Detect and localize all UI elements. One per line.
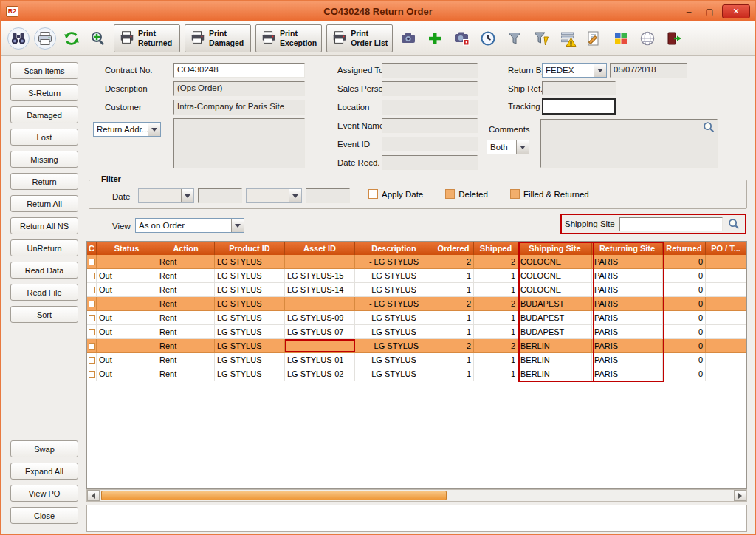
table-row[interactable]: OutRentLG STYLUSLG STYLUS-15LG STYLUS11C… bbox=[87, 269, 746, 283]
sidebar-button-read-data[interactable]: Read Data bbox=[10, 262, 78, 279]
date-recd-field[interactable] bbox=[382, 155, 478, 170]
chevron-down-icon[interactable] bbox=[181, 189, 193, 202]
sidebar-button-return[interactable]: Return bbox=[10, 173, 78, 190]
return-addr-dropdown[interactable]: Return Addr... bbox=[93, 122, 161, 137]
table-group-row[interactable]: RentLG STYLUS- LG STYLUS22BUDAPESTPARIS0 bbox=[87, 297, 746, 311]
filter-icon[interactable] bbox=[504, 27, 526, 50]
checkbox-icon[interactable] bbox=[368, 189, 378, 199]
assigned-to-field[interactable] bbox=[382, 63, 478, 78]
table-row[interactable]: OutRentLG STYLUSLG STYLUS-02LG STYLUS11B… bbox=[87, 367, 746, 381]
row-checkbox[interactable] bbox=[89, 287, 95, 293]
printer-icon[interactable] bbox=[34, 27, 56, 50]
refresh-icon[interactable] bbox=[61, 27, 83, 50]
color-grid-icon[interactable] bbox=[610, 27, 632, 50]
globe-icon[interactable] bbox=[636, 27, 659, 50]
column-header-shipped[interactable]: Shipped bbox=[474, 242, 518, 255]
scrollbar-thumb[interactable] bbox=[101, 491, 447, 500]
sales-person-field[interactable] bbox=[382, 81, 478, 96]
sidebar-button-damaged[interactable]: Damaged bbox=[10, 106, 78, 123]
customer-field[interactable]: Intra-Company for Paris Site bbox=[173, 100, 305, 115]
sidebar-button-unreturn[interactable]: UnReturn bbox=[10, 239, 78, 256]
chevron-down-icon[interactable] bbox=[231, 219, 244, 232]
shipping-site-search-input[interactable] bbox=[619, 217, 723, 231]
table-row[interactable]: OutRentLG STYLUSLG STYLUS-09LG STYLUS11B… bbox=[87, 311, 746, 325]
horizontal-scrollbar[interactable] bbox=[86, 489, 747, 502]
sidebar-button-scan-items[interactable]: Scan Items bbox=[10, 62, 78, 79]
event-id-field[interactable] bbox=[382, 137, 478, 151]
column-header-ordered[interactable]: Ordered bbox=[433, 242, 474, 255]
column-header-asset-id[interactable]: Asset ID bbox=[285, 242, 355, 255]
sidebar-button-s-return[interactable]: S-Return bbox=[10, 84, 78, 101]
sidebar-button-missing[interactable]: Missing bbox=[10, 151, 78, 168]
sidebar-button-close[interactable]: Close bbox=[10, 507, 78, 524]
print-button-exception[interactable]: PrintException bbox=[255, 24, 322, 52]
sidebar-button-swap[interactable]: Swap bbox=[10, 440, 78, 457]
checkbox-icon[interactable] bbox=[445, 189, 455, 199]
column-header-shipping-site[interactable]: Shipping Site bbox=[518, 242, 592, 255]
column-header-action[interactable]: Action bbox=[157, 242, 215, 255]
column-header-description[interactable]: Description bbox=[355, 242, 433, 255]
return-addr-text[interactable] bbox=[173, 118, 305, 168]
close-icon[interactable]: ✕ bbox=[722, 4, 750, 18]
ship-ref-field[interactable] bbox=[542, 81, 616, 95]
column-header-po-t[interactable]: PO / T... bbox=[706, 242, 746, 255]
add-icon[interactable] bbox=[424, 27, 446, 50]
shipping-site-search-icon[interactable] bbox=[727, 217, 740, 231]
clock-icon[interactable] bbox=[477, 27, 499, 50]
contract-no-field[interactable]: CO430248 bbox=[173, 63, 305, 78]
filter-checkbox-deleted[interactable]: Deleted bbox=[445, 189, 488, 199]
chevron-down-icon[interactable] bbox=[289, 189, 301, 202]
filter-date-to-dropdown[interactable] bbox=[246, 188, 302, 203]
minimize-button[interactable]: – bbox=[681, 5, 697, 18]
sidebar-button-read-file[interactable]: Read File bbox=[10, 284, 78, 301]
filter-highlight-icon[interactable] bbox=[530, 27, 552, 50]
maximize-button[interactable]: ▢ bbox=[701, 5, 718, 18]
row-checkbox[interactable] bbox=[89, 329, 95, 335]
column-header-status[interactable]: Status bbox=[97, 242, 157, 255]
filter-date-to-field[interactable] bbox=[306, 188, 350, 203]
report-warning-icon[interactable] bbox=[557, 27, 579, 50]
scroll-left-button[interactable] bbox=[87, 490, 100, 501]
sidebar-button-expand-all[interactable]: Expand All bbox=[10, 463, 78, 480]
print-button-damaged[interactable]: PrintDamaged bbox=[185, 24, 251, 52]
row-checkbox[interactable] bbox=[89, 371, 95, 378]
column-header-returning-site[interactable]: Returning Site bbox=[592, 242, 663, 255]
row-checkbox[interactable] bbox=[89, 315, 95, 321]
sidebar-button-lost[interactable]: Lost bbox=[10, 129, 78, 146]
description-field[interactable]: (Ops Order) bbox=[173, 81, 305, 96]
view-dropdown[interactable]: As on Order bbox=[135, 218, 244, 233]
filter-checkbox-apply-date[interactable]: Apply Date bbox=[368, 189, 423, 199]
print-button-order-list[interactable]: PrintOrder List bbox=[326, 24, 393, 52]
row-checkbox[interactable] bbox=[89, 259, 95, 265]
table-row[interactable]: OutRentLG STYLUSLG STYLUS-14LG STYLUS11C… bbox=[87, 283, 746, 297]
column-header-c[interactable]: C bbox=[87, 242, 97, 255]
binoculars-icon[interactable] bbox=[7, 27, 30, 50]
scanner-icon[interactable] bbox=[397, 27, 419, 50]
filter-checkbox-filled-returned[interactable]: Filled & Returned bbox=[510, 189, 589, 199]
return-by-date-field[interactable]: 05/07/2018 bbox=[610, 63, 687, 78]
sidebar-button-view-po[interactable]: View PO bbox=[10, 485, 78, 502]
chevron-down-icon[interactable] bbox=[148, 123, 160, 136]
filter-date-from-field[interactable] bbox=[198, 188, 242, 203]
table-group-row[interactable]: RentLG STYLUS- LG STYLUS22BERLINPARIS0 bbox=[87, 339, 746, 353]
checkbox-icon[interactable] bbox=[510, 189, 520, 199]
row-checkbox[interactable] bbox=[89, 273, 95, 279]
event-name-field[interactable] bbox=[382, 118, 478, 133]
sidebar-button-return-all[interactable]: Return All bbox=[10, 195, 78, 212]
table-group-row[interactable]: RentLG STYLUS- LG STYLUS22COLOGNEPARIS0 bbox=[87, 255, 746, 269]
scroll-right-button[interactable] bbox=[734, 490, 746, 501]
comments-text[interactable] bbox=[540, 119, 718, 168]
scanner-alert-icon[interactable] bbox=[450, 27, 472, 50]
column-header-returned[interactable]: Returned bbox=[663, 242, 706, 255]
table-row[interactable]: OutRentLG STYLUSLG STYLUS-07LG STYLUS11B… bbox=[87, 325, 746, 339]
chevron-down-icon[interactable] bbox=[594, 64, 606, 77]
print-button-returned[interactable]: PrintReturned bbox=[114, 24, 180, 52]
row-checkbox[interactable] bbox=[89, 301, 95, 307]
tracking-field[interactable] bbox=[542, 98, 616, 115]
titlebar[interactable]: R2 CO430248 Return Order – ▢ ✕ bbox=[1, 1, 755, 21]
row-checkbox[interactable] bbox=[89, 343, 95, 350]
edit-notes-icon[interactable] bbox=[583, 27, 605, 50]
comments-search-icon[interactable] bbox=[702, 120, 715, 134]
row-checkbox[interactable] bbox=[89, 357, 95, 364]
chevron-down-icon[interactable] bbox=[516, 140, 529, 154]
